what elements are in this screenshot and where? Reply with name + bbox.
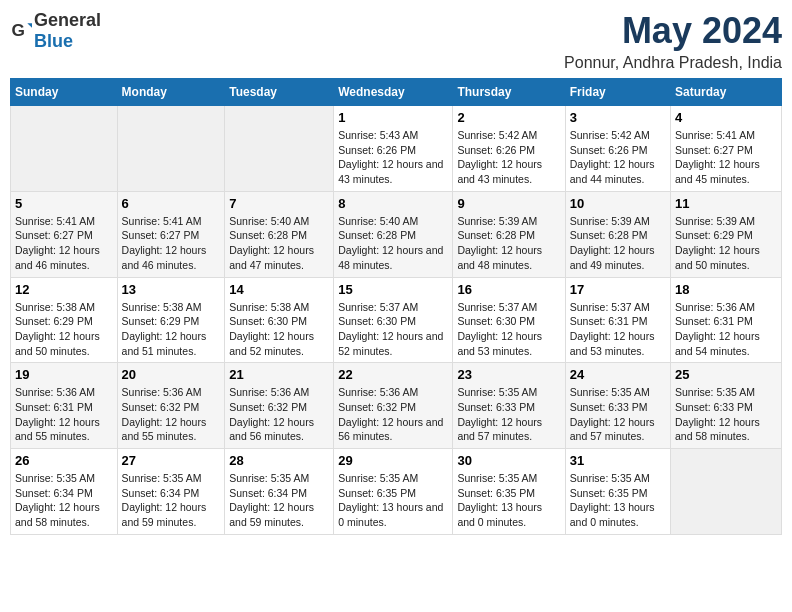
day-detail: Sunrise: 5:42 AMSunset: 6:26 PMDaylight:… [457, 128, 560, 187]
day-detail: Sunrise: 5:36 AMSunset: 6:32 PMDaylight:… [338, 385, 448, 444]
calendar-week-row: 5Sunrise: 5:41 AMSunset: 6:27 PMDaylight… [11, 191, 782, 277]
day-number: 28 [229, 453, 329, 468]
day-number: 8 [338, 196, 448, 211]
calendar-cell: 3Sunrise: 5:42 AMSunset: 6:26 PMDaylight… [565, 106, 670, 192]
day-detail: Sunrise: 5:40 AMSunset: 6:28 PMDaylight:… [229, 214, 329, 273]
calendar-cell [671, 449, 782, 535]
calendar-cell: 5Sunrise: 5:41 AMSunset: 6:27 PMDaylight… [11, 191, 118, 277]
day-number: 20 [122, 367, 221, 382]
calendar-cell: 25Sunrise: 5:35 AMSunset: 6:33 PMDayligh… [671, 363, 782, 449]
day-detail: Sunrise: 5:36 AMSunset: 6:31 PMDaylight:… [15, 385, 113, 444]
calendar-cell: 1Sunrise: 5:43 AMSunset: 6:26 PMDaylight… [334, 106, 453, 192]
day-number: 16 [457, 282, 560, 297]
day-number: 12 [15, 282, 113, 297]
day-detail: Sunrise: 5:35 AMSunset: 6:35 PMDaylight:… [338, 471, 448, 530]
day-number: 26 [15, 453, 113, 468]
logo-general: General [34, 10, 101, 30]
calendar-cell: 11Sunrise: 5:39 AMSunset: 6:29 PMDayligh… [671, 191, 782, 277]
day-detail: Sunrise: 5:37 AMSunset: 6:30 PMDaylight:… [338, 300, 448, 359]
day-detail: Sunrise: 5:37 AMSunset: 6:30 PMDaylight:… [457, 300, 560, 359]
day-number: 15 [338, 282, 448, 297]
calendar-cell [11, 106, 118, 192]
day-number: 3 [570, 110, 666, 125]
page-header: G General Blue May 2024 Ponnur, Andhra P… [10, 10, 782, 72]
calendar-table: SundayMondayTuesdayWednesdayThursdayFrid… [10, 78, 782, 535]
day-detail: Sunrise: 5:35 AMSunset: 6:33 PMDaylight:… [457, 385, 560, 444]
calendar-subtitle: Ponnur, Andhra Pradesh, India [564, 54, 782, 72]
calendar-cell: 21Sunrise: 5:36 AMSunset: 6:32 PMDayligh… [225, 363, 334, 449]
calendar-cell: 27Sunrise: 5:35 AMSunset: 6:34 PMDayligh… [117, 449, 225, 535]
day-number: 5 [15, 196, 113, 211]
day-number: 2 [457, 110, 560, 125]
calendar-cell: 9Sunrise: 5:39 AMSunset: 6:28 PMDaylight… [453, 191, 565, 277]
day-number: 11 [675, 196, 777, 211]
day-detail: Sunrise: 5:43 AMSunset: 6:26 PMDaylight:… [338, 128, 448, 187]
day-detail: Sunrise: 5:39 AMSunset: 6:29 PMDaylight:… [675, 214, 777, 273]
weekday-header-saturday: Saturday [671, 79, 782, 106]
day-number: 1 [338, 110, 448, 125]
calendar-cell: 7Sunrise: 5:40 AMSunset: 6:28 PMDaylight… [225, 191, 334, 277]
day-detail: Sunrise: 5:36 AMSunset: 6:32 PMDaylight:… [229, 385, 329, 444]
weekday-header-tuesday: Tuesday [225, 79, 334, 106]
day-detail: Sunrise: 5:35 AMSunset: 6:35 PMDaylight:… [570, 471, 666, 530]
title-area: May 2024 Ponnur, Andhra Pradesh, India [564, 10, 782, 72]
day-number: 30 [457, 453, 560, 468]
calendar-cell: 31Sunrise: 5:35 AMSunset: 6:35 PMDayligh… [565, 449, 670, 535]
day-number: 19 [15, 367, 113, 382]
day-number: 31 [570, 453, 666, 468]
calendar-cell: 12Sunrise: 5:38 AMSunset: 6:29 PMDayligh… [11, 277, 118, 363]
day-detail: Sunrise: 5:35 AMSunset: 6:34 PMDaylight:… [15, 471, 113, 530]
weekday-header-row: SundayMondayTuesdayWednesdayThursdayFrid… [11, 79, 782, 106]
svg-text:G: G [12, 20, 25, 40]
day-detail: Sunrise: 5:35 AMSunset: 6:34 PMDaylight:… [229, 471, 329, 530]
calendar-cell: 28Sunrise: 5:35 AMSunset: 6:34 PMDayligh… [225, 449, 334, 535]
weekday-header-monday: Monday [117, 79, 225, 106]
calendar-cell: 14Sunrise: 5:38 AMSunset: 6:30 PMDayligh… [225, 277, 334, 363]
day-number: 21 [229, 367, 329, 382]
day-number: 10 [570, 196, 666, 211]
day-detail: Sunrise: 5:39 AMSunset: 6:28 PMDaylight:… [570, 214, 666, 273]
calendar-week-row: 12Sunrise: 5:38 AMSunset: 6:29 PMDayligh… [11, 277, 782, 363]
day-detail: Sunrise: 5:38 AMSunset: 6:29 PMDaylight:… [15, 300, 113, 359]
logo-icon: G [10, 20, 32, 42]
calendar-week-row: 1Sunrise: 5:43 AMSunset: 6:26 PMDaylight… [11, 106, 782, 192]
day-detail: Sunrise: 5:36 AMSunset: 6:32 PMDaylight:… [122, 385, 221, 444]
day-number: 7 [229, 196, 329, 211]
day-detail: Sunrise: 5:39 AMSunset: 6:28 PMDaylight:… [457, 214, 560, 273]
day-detail: Sunrise: 5:38 AMSunset: 6:29 PMDaylight:… [122, 300, 221, 359]
day-detail: Sunrise: 5:36 AMSunset: 6:31 PMDaylight:… [675, 300, 777, 359]
calendar-cell [225, 106, 334, 192]
calendar-cell: 23Sunrise: 5:35 AMSunset: 6:33 PMDayligh… [453, 363, 565, 449]
day-detail: Sunrise: 5:35 AMSunset: 6:34 PMDaylight:… [122, 471, 221, 530]
weekday-header-friday: Friday [565, 79, 670, 106]
day-number: 6 [122, 196, 221, 211]
calendar-cell: 22Sunrise: 5:36 AMSunset: 6:32 PMDayligh… [334, 363, 453, 449]
calendar-cell: 30Sunrise: 5:35 AMSunset: 6:35 PMDayligh… [453, 449, 565, 535]
day-detail: Sunrise: 5:40 AMSunset: 6:28 PMDaylight:… [338, 214, 448, 273]
day-detail: Sunrise: 5:41 AMSunset: 6:27 PMDaylight:… [122, 214, 221, 273]
calendar-cell: 13Sunrise: 5:38 AMSunset: 6:29 PMDayligh… [117, 277, 225, 363]
logo-blue: Blue [34, 31, 73, 51]
day-number: 27 [122, 453, 221, 468]
calendar-cell: 19Sunrise: 5:36 AMSunset: 6:31 PMDayligh… [11, 363, 118, 449]
calendar-cell: 15Sunrise: 5:37 AMSunset: 6:30 PMDayligh… [334, 277, 453, 363]
weekday-header-wednesday: Wednesday [334, 79, 453, 106]
calendar-cell: 6Sunrise: 5:41 AMSunset: 6:27 PMDaylight… [117, 191, 225, 277]
day-number: 18 [675, 282, 777, 297]
svg-marker-1 [27, 23, 32, 28]
calendar-cell: 26Sunrise: 5:35 AMSunset: 6:34 PMDayligh… [11, 449, 118, 535]
day-number: 24 [570, 367, 666, 382]
calendar-cell [117, 106, 225, 192]
calendar-week-row: 19Sunrise: 5:36 AMSunset: 6:31 PMDayligh… [11, 363, 782, 449]
day-detail: Sunrise: 5:38 AMSunset: 6:30 PMDaylight:… [229, 300, 329, 359]
calendar-cell: 24Sunrise: 5:35 AMSunset: 6:33 PMDayligh… [565, 363, 670, 449]
day-number: 29 [338, 453, 448, 468]
weekday-header-thursday: Thursday [453, 79, 565, 106]
weekday-header-sunday: Sunday [11, 79, 118, 106]
day-number: 9 [457, 196, 560, 211]
calendar-cell: 29Sunrise: 5:35 AMSunset: 6:35 PMDayligh… [334, 449, 453, 535]
day-number: 23 [457, 367, 560, 382]
calendar-cell: 20Sunrise: 5:36 AMSunset: 6:32 PMDayligh… [117, 363, 225, 449]
calendar-cell: 2Sunrise: 5:42 AMSunset: 6:26 PMDaylight… [453, 106, 565, 192]
calendar-cell: 17Sunrise: 5:37 AMSunset: 6:31 PMDayligh… [565, 277, 670, 363]
